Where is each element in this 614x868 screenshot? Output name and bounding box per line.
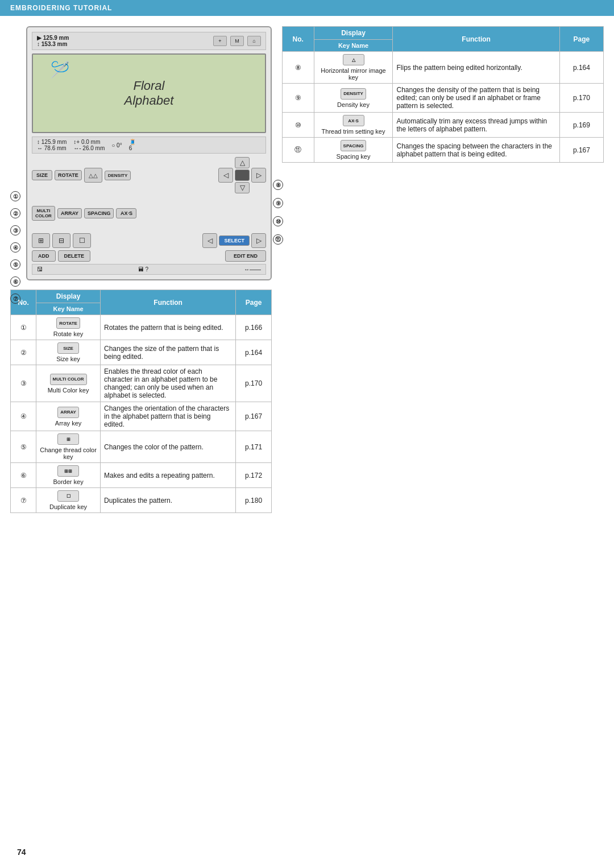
btn-border-icon[interactable]: ⊟ <box>52 233 70 248</box>
info-icon: 🧵 <box>129 139 136 145</box>
row-no: ⑩ <box>283 113 314 138</box>
btn-row-3: ⊞ ⊟ ☐ ◁ SELECT ▷ <box>32 233 266 248</box>
machine-screen-wrapper: ▶ 125.9 mm ↕ 153.3 mm + M ⌂ 🪡 Floral Alp… <box>10 26 272 280</box>
key-box: DENSITY <box>341 88 366 100</box>
ms-icon-home[interactable]: ⌂ <box>247 36 261 46</box>
annot-11: ⑪ <box>273 234 283 245</box>
row-function: Enables the thread color of each charact… <box>101 365 236 402</box>
annot-7: ⑦ <box>10 294 20 304</box>
key-name: Density key <box>318 101 389 108</box>
key-name: Size key <box>40 356 97 362</box>
info-group-num: 🧵 6 <box>129 139 136 151</box>
row-no: ⑪ <box>283 138 314 163</box>
page-number: 74 <box>17 848 26 857</box>
btn-array[interactable]: ARRAY <box>57 208 82 218</box>
info-dy: ↔- 26.0 mm <box>73 145 105 151</box>
info-group-x: ↕ 125.9 mm ↔ 78.6 mm <box>37 139 67 151</box>
row-display: SIZE Size key <box>36 340 101 365</box>
key-box: SIZE <box>57 342 79 354</box>
ms-coord2: ↕ 153.3 mm <box>37 41 69 47</box>
key-box: △ <box>343 54 364 65</box>
col-display-header: Display <box>36 290 101 303</box>
key-box: ROTATE <box>56 317 80 329</box>
floral-text: Floral Alphabet <box>125 78 174 109</box>
row-page: p.167 <box>236 402 272 431</box>
row-no: ① <box>11 315 36 340</box>
row-function: Duplicates the pattern. <box>101 488 236 513</box>
col-keyname-header: Key Name <box>36 303 101 315</box>
annot-2: ② <box>10 208 20 218</box>
btn-density[interactable]: DENSITY <box>105 171 131 180</box>
ms-coords: ▶ 125.9 mm ↕ 153.3 mm <box>37 35 69 47</box>
ms-icon-m[interactable]: M <box>230 36 244 46</box>
status-icon1: 🖫 <box>37 266 43 272</box>
btn-edit-end[interactable]: EDIT END <box>225 250 266 262</box>
annot-9: ⑨ <box>273 198 283 208</box>
btn-rotate[interactable]: ROTATE <box>55 170 82 180</box>
nav-up[interactable]: △ <box>235 157 250 168</box>
header-bar: EMBROIDERING TUTORIAL <box>0 0 614 16</box>
row-function: Automatically trim any excess thread jum… <box>393 113 559 138</box>
btn-delete[interactable]: DELETE <box>58 250 91 262</box>
key-box: SPACING <box>341 140 367 151</box>
left-ref-table: No. Display Function Page Key Name ① ROT… <box>10 290 272 513</box>
nav-fwd[interactable]: ▷ <box>251 233 266 248</box>
info-group-delta: ↕+ 0.0 mm ↔- 26.0 mm <box>73 139 105 151</box>
annot-5: ⑤ <box>10 259 20 270</box>
ms-coord1: ▶ 125.9 mm <box>37 35 69 41</box>
col-page-header: Page <box>236 290 272 315</box>
left-column: ▶ 125.9 mm ↕ 153.3 mm + M ⌂ 🪡 Floral Alp… <box>10 26 272 513</box>
ms-top-icons: + M ⌂ <box>213 36 261 46</box>
row-function: Changes the color of the pattern. <box>101 431 236 463</box>
info-angle: ○ 0° <box>111 142 122 148</box>
nav-center[interactable] <box>235 170 250 181</box>
right-table-row: ⑪ SPACING Spacing key Changes the spacin… <box>283 138 604 163</box>
row-no: ⑤ <box>11 431 36 463</box>
row-page: p.170 <box>559 84 603 113</box>
btn-row-1: SIZE ROTATE △△ DENSITY ◁ △ ▽ <box>32 157 266 193</box>
btn-spacing[interactable]: SPACING <box>84 208 114 218</box>
btn-size[interactable]: SIZE <box>32 170 52 180</box>
info-y-label: ↔ 78.6 mm <box>37 145 67 151</box>
btn-duplicate-icon[interactable]: ☐ <box>73 233 91 248</box>
key-box: MULTI COLOR <box>50 374 87 385</box>
row-no: ⑧ <box>283 52 314 84</box>
row-display: DENSITY Density key <box>314 84 393 113</box>
right-ref-table: No. Display Function Page Key Name ⑧ △ H… <box>282 26 604 163</box>
key-name: Duplicate key <box>40 503 97 510</box>
machine-screen: ▶ 125.9 mm ↕ 153.3 mm + M ⌂ 🪡 Floral Alp… <box>26 26 272 280</box>
key-name: Array key <box>40 420 97 427</box>
row-page: p.171 <box>236 431 272 463</box>
btn-mirror[interactable]: △△ <box>84 168 102 183</box>
row-no: ⑥ <box>11 463 36 488</box>
ms-icon-plus[interactable]: + <box>213 36 227 46</box>
annotations-left: ① ② ③ ④ ⑤ ⑥ ⑦ <box>10 191 20 304</box>
key-name: Multi Color key <box>40 387 97 394</box>
row-no: ⑦ <box>11 488 36 513</box>
left-table-row: ④ ARRAY Array key Changes the orientatio… <box>11 402 272 431</box>
status-icon3: ↔—— <box>244 266 261 272</box>
btn-thread-icon[interactable]: ⊞ <box>32 233 50 248</box>
nav-back[interactable]: ◁ <box>202 233 217 248</box>
right-col-no-header: No. <box>283 27 314 52</box>
right-col-keyname-header: Key Name <box>314 40 393 52</box>
row-no: ④ <box>11 402 36 431</box>
info-dx: ↕+ 0.0 mm <box>73 139 105 145</box>
info-x-label: ↕ 125.9 mm <box>37 139 67 145</box>
ms-status-bar: 🖫 🖬 ? ↔—— <box>32 264 266 275</box>
key-name: Thread trim setting key <box>318 128 389 135</box>
nav-down[interactable]: ▽ <box>235 182 250 193</box>
right-col-display-header: Display <box>314 27 393 40</box>
btn-select[interactable]: SELECT <box>219 235 250 246</box>
btn-add[interactable]: ADD <box>32 250 56 262</box>
nav-left[interactable]: ◁ <box>218 168 233 183</box>
left-table-row: ③ MULTI COLOR Multi Color key Enables th… <box>11 365 272 402</box>
annotations-right: ⑧ ⑨ ⑩ ⑪ <box>273 180 283 245</box>
nav-right[interactable]: ▷ <box>251 168 266 183</box>
row-display: ARRAY Array key <box>36 402 101 431</box>
row-display: AX·S Thread trim setting key <box>314 113 393 138</box>
btn-multi[interactable]: MULTICOLOR <box>32 206 55 221</box>
row-page: p.164 <box>559 52 603 84</box>
btn-axs[interactable]: AX·S <box>116 208 136 218</box>
right-col-fn-header: Function <box>393 27 559 52</box>
